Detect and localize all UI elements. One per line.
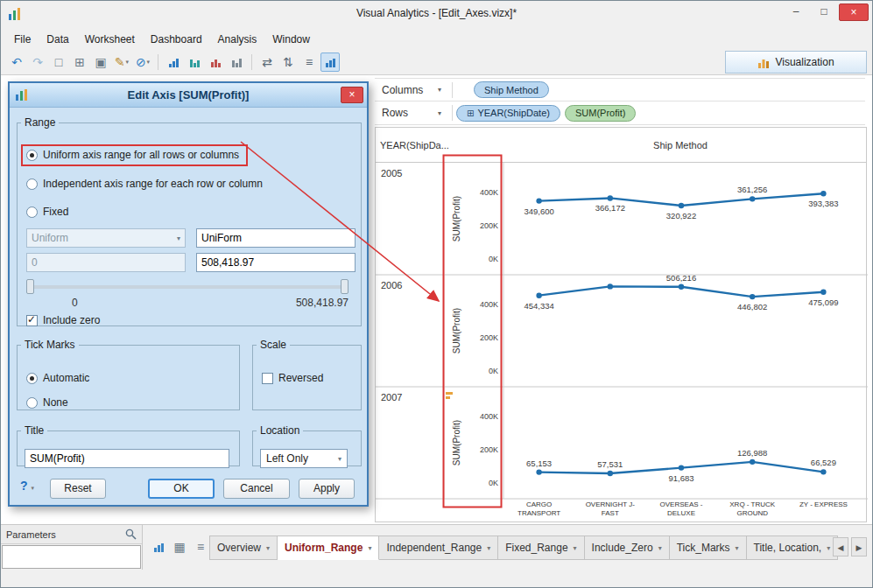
- indicator-icon[interactable]: [446, 396, 450, 399]
- data-point[interactable]: [679, 203, 684, 208]
- columns-shelf-label[interactable]: Columns: [375, 84, 438, 96]
- dialog-close-button[interactable]: ×: [341, 87, 363, 103]
- tabs-next-icon[interactable]: ▶: [851, 537, 867, 556]
- fixed-range-radio[interactable]: [26, 206, 38, 218]
- data-point[interactable]: [536, 198, 541, 203]
- data-point[interactable]: [750, 459, 755, 465]
- expand-icon[interactable]: ⊞: [467, 108, 474, 118]
- bar-chart-red-icon[interactable]: [206, 52, 225, 72]
- format-icon[interactable]: ✎▾: [112, 52, 131, 72]
- data-point[interactable]: [820, 290, 826, 295]
- tab-include-zero[interactable]: Include_Zero▾: [585, 536, 670, 560]
- chevron-down-icon[interactable]: ▾: [438, 109, 452, 117]
- data-point[interactable]: [679, 284, 684, 290]
- new-file-icon[interactable]: □: [49, 52, 68, 72]
- tab-title-location-[interactable]: Title, Location,▾: [747, 536, 839, 560]
- tab-menu-icon[interactable]: ▾: [368, 544, 371, 552]
- rows-shelf-label[interactable]: Rows: [375, 107, 438, 119]
- data-point[interactable]: [820, 191, 826, 196]
- tab-uniform-range[interactable]: Uniform_Range▾: [278, 536, 379, 560]
- tab-menu-icon[interactable]: ▾: [266, 544, 270, 552]
- help-button[interactable]: ? ▾: [20, 479, 34, 493]
- slider-track[interactable]: [26, 285, 348, 289]
- bar-chart-blue-icon[interactable]: [164, 52, 183, 72]
- bar-chart-teal-icon[interactable]: [185, 52, 204, 72]
- tab-menu-icon[interactable]: ▾: [736, 544, 739, 552]
- sort-values-icon[interactable]: ⇅: [278, 52, 298, 72]
- location-select[interactable]: Left Only ▾: [260, 449, 348, 468]
- category-label[interactable]: CARGO TRANSPORT: [503, 500, 574, 518]
- grid-view-icon[interactable]: ▦: [170, 537, 189, 556]
- swap-axes-icon[interactable]: ⇄: [257, 52, 277, 72]
- data-point[interactable]: [536, 292, 541, 298]
- reset-button[interactable]: Reset: [50, 479, 106, 499]
- tabs-prev-icon[interactable]: ◀: [833, 537, 848, 556]
- row-axis-header[interactable]: YEAR(ShipDa...: [380, 140, 449, 150]
- uniform-range-radio[interactable]: [26, 150, 38, 161]
- data-point[interactable]: [608, 471, 613, 476]
- slider-min-handle[interactable]: [26, 279, 34, 294]
- undo-icon[interactable]: ↶: [7, 52, 26, 72]
- row-year-label[interactable]: 2007: [381, 392, 402, 402]
- menu-data[interactable]: Data: [39, 29, 76, 50]
- minimize-button[interactable]: –: [783, 4, 809, 21]
- pause-updates-icon[interactable]: ⊘▾: [133, 52, 152, 72]
- include-zero-checkbox[interactable]: [26, 315, 38, 326]
- slider-max-handle[interactable]: [341, 279, 348, 294]
- range-slider[interactable]: [26, 279, 348, 295]
- tab-menu-icon[interactable]: ▾: [487, 544, 490, 552]
- axis-name-field[interactable]: [196, 228, 356, 248]
- tab-independent-range[interactable]: Independent_Range▾: [379, 536, 498, 560]
- category-label[interactable]: ZY - EXPRESS: [788, 500, 859, 518]
- search-icon[interactable]: [125, 528, 137, 540]
- row-year-label[interactable]: 2005: [381, 168, 402, 178]
- dialog-title-bar[interactable]: Edit Axis [SUM(Profit)] ×: [10, 83, 367, 108]
- reversed-checkbox[interactable]: [262, 373, 273, 384]
- dropdown-caret-icon[interactable]: ▾: [147, 59, 151, 66]
- menu-file[interactable]: File: [6, 29, 39, 50]
- range-min-field[interactable]: [26, 253, 186, 272]
- maximize-button[interactable]: □: [811, 4, 837, 21]
- chevron-down-icon[interactable]: ▾: [338, 455, 341, 463]
- tab-tick-marks[interactable]: Tick_Marks▾: [670, 536, 747, 560]
- data-point[interactable]: [750, 294, 755, 299]
- range-type-combobox[interactable]: Uniform ▾: [26, 228, 186, 248]
- visualization-tab[interactable]: Visualization: [725, 51, 867, 74]
- data-point[interactable]: [679, 465, 684, 470]
- chevron-down-icon[interactable]: ▾: [438, 86, 452, 94]
- bar-chart-gray-icon[interactable]: [227, 52, 246, 72]
- independent-range-radio[interactable]: [26, 178, 38, 190]
- add-data-icon[interactable]: ⊞: [70, 52, 89, 72]
- redo-icon[interactable]: ↷: [28, 52, 47, 72]
- save-icon[interactable]: ▣: [91, 52, 110, 72]
- data-point[interactable]: [820, 469, 826, 474]
- chevron-down-icon[interactable]: ▾: [177, 234, 180, 242]
- parameters-input[interactable]: [2, 545, 141, 569]
- data-point[interactable]: [750, 196, 755, 201]
- tab-overview[interactable]: Overview▾: [209, 536, 278, 560]
- field-pill-ship-method[interactable]: Ship Method: [474, 81, 549, 98]
- data-point[interactable]: [608, 284, 613, 289]
- grid-lines-icon[interactable]: ≡: [299, 52, 319, 72]
- y-axis-title[interactable]: SUM(Profit): [452, 196, 461, 242]
- axis-title-field[interactable]: [25, 449, 229, 468]
- tab-menu-icon[interactable]: ▾: [574, 544, 577, 552]
- ok-button[interactable]: OK: [148, 479, 215, 499]
- y-axis-title[interactable]: SUM(Profit): [452, 308, 461, 354]
- menu-analysis[interactable]: Analysis: [210, 29, 265, 50]
- data-point[interactable]: [536, 469, 541, 474]
- column-axis-header[interactable]: Ship Method: [503, 140, 857, 150]
- dropdown-caret-icon[interactable]: ▾: [126, 59, 130, 66]
- tab-menu-icon[interactable]: ▾: [658, 544, 662, 552]
- tick-automatic-radio[interactable]: [26, 373, 38, 384]
- apply-button[interactable]: Apply: [299, 479, 355, 499]
- data-point[interactable]: [608, 195, 613, 200]
- y-axis-title[interactable]: SUM(Profit): [452, 420, 461, 466]
- category-label[interactable]: OVERNIGHT J-FAST: [574, 500, 645, 518]
- range-max-field[interactable]: [196, 253, 356, 272]
- menu-window[interactable]: Window: [264, 29, 318, 50]
- category-label[interactable]: XRQ - TRUCK GROUND: [717, 500, 788, 518]
- tab-menu-icon[interactable]: ▾: [827, 544, 830, 552]
- row-year-label[interactable]: 2006: [381, 280, 402, 290]
- menu-dashboard[interactable]: Dashboard: [143, 29, 210, 50]
